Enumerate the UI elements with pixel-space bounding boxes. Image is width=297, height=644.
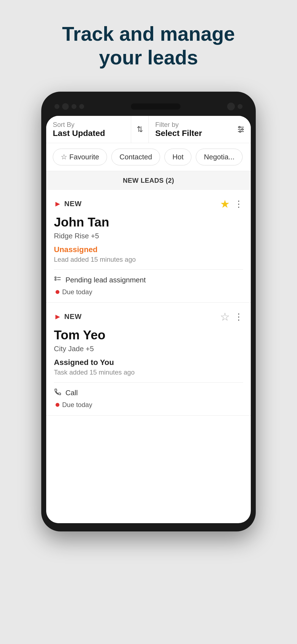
sort-content: Sort By Last Updated [46, 116, 131, 143]
chip-negotia[interactable]: Negotia... [196, 149, 242, 165]
badge-text-2: NEW [64, 312, 82, 321]
lead-actions-2: ☆ ⋮ [220, 310, 243, 323]
phone-screen: Sort By Last Updated ⇅ Filter by Select … [46, 116, 251, 523]
section-label: NEW LEADS (2) [123, 177, 174, 184]
due-dot-1 [56, 290, 59, 294]
sort-arrows-icon[interactable]: ⇅ [131, 125, 148, 134]
lead-card-2[interactable]: ► NEW ☆ ⋮ Tom Yeo City Jade +5 Assigned … [46, 303, 251, 416]
due-text-2: Due today [62, 401, 92, 409]
list-icon [54, 275, 62, 285]
notch-speaker [131, 103, 180, 110]
svg-point-3 [239, 126, 240, 128]
toolbar: Sort By Last Updated ⇅ Filter by Select … [46, 116, 251, 143]
badge-text-1: NEW [64, 200, 82, 208]
lead-name-2: Tom Yeo [54, 328, 243, 342]
due-dot-2 [56, 403, 59, 407]
lead-project-2: City Jade +5 [54, 345, 243, 353]
svg-rect-8 [55, 279, 56, 280]
lead-name-1: John Tan [54, 215, 243, 230]
page-title: Track and manage your leads [62, 22, 235, 70]
lead-card-1-header: ► NEW ★ ⋮ [54, 198, 243, 210]
svg-point-5 [240, 131, 241, 132]
lead-time-2: Task added 15 minutes ago [54, 369, 243, 376]
svg-rect-6 [55, 277, 56, 278]
notch-dot-1 [54, 104, 59, 109]
lead-time-1: Lead added 15 minutes ago [54, 256, 243, 263]
chip-contacted-label: Contacted [119, 153, 152, 161]
sort-value: Last Updated [53, 129, 124, 138]
lead-badge-2: ► NEW [54, 312, 82, 321]
badge-arrow-icon-1: ► [54, 200, 62, 208]
filter-value: Select Filter [155, 129, 225, 138]
lead-status-2: Assigned to You [54, 358, 243, 367]
task-due-2: Due today [54, 401, 243, 409]
lead-badge-1: ► NEW [54, 200, 82, 208]
star-button-1[interactable]: ★ [220, 198, 230, 210]
task-due-1: Due today [54, 288, 243, 296]
task-text-2: Call [65, 389, 78, 397]
lead-task-1: Pending lead assignment Due today [54, 269, 243, 302]
more-menu-button-2[interactable]: ⋮ [234, 312, 243, 322]
section-header: NEW LEADS (2) [46, 171, 251, 190]
filter-label: Filter by [155, 121, 225, 129]
lead-actions-1: ★ ⋮ [220, 198, 243, 210]
star-button-2[interactable]: ☆ [220, 310, 230, 323]
chip-favourite[interactable]: ☆ Favourite [53, 149, 107, 165]
sort-label: Sort By [53, 121, 124, 129]
task-row-1: Pending lead assignment [54, 275, 243, 285]
more-menu-button-1[interactable]: ⋮ [234, 199, 243, 209]
phone-notch [46, 100, 251, 116]
lead-status-1: Unassigned [54, 245, 243, 254]
task-row-2: Call [54, 388, 243, 398]
front-camera [227, 103, 235, 110]
task-text-1: Pending lead assignment [65, 276, 146, 284]
lead-project-1: Ridge Rise +5 [54, 232, 243, 240]
chip-negotia-label: Negotia... [204, 153, 234, 161]
notch-dot-4 [79, 104, 84, 109]
chip-hot[interactable]: Hot [164, 149, 191, 165]
call-icon [54, 388, 62, 398]
filter-section[interactable]: Filter by Select Filter [149, 116, 251, 143]
badge-arrow-icon-2: ► [54, 312, 62, 321]
star-chip-icon: ☆ [61, 153, 67, 161]
lead-task-2: Call Due today [54, 382, 243, 415]
notch-dot-3 [72, 104, 76, 109]
chips-row: ☆ Favourite Contacted Hot Negotia... [46, 143, 251, 171]
filter-content: Filter by Select Filter [149, 116, 231, 143]
due-text-1: Due today [62, 288, 92, 296]
phone-mockup: Sort By Last Updated ⇅ Filter by Select … [41, 92, 256, 532]
lead-card-1[interactable]: ► NEW ★ ⋮ John Tan Ridge Rise +5 Unassig… [46, 190, 251, 303]
notch-sensor [238, 104, 243, 109]
sort-section[interactable]: Sort By Last Updated ⇅ [46, 116, 149, 143]
chip-hot-label: Hot [172, 153, 183, 161]
svg-point-4 [242, 129, 243, 130]
chip-contacted[interactable]: Contacted [111, 149, 160, 165]
filter-sliders-icon[interactable] [231, 125, 251, 134]
lead-card-2-header: ► NEW ☆ ⋮ [54, 310, 243, 323]
chip-favourite-label: Favourite [69, 153, 99, 161]
notch-dot-2 [62, 103, 69, 110]
